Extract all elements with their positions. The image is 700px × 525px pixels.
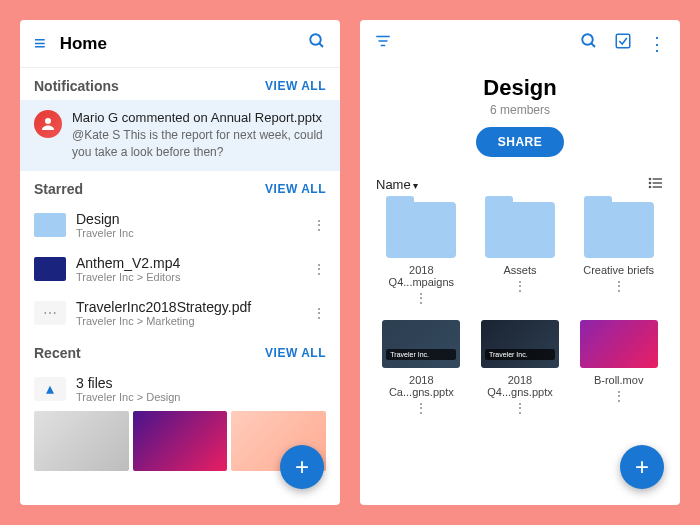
recent-label: Recent	[34, 345, 81, 361]
folder-label: 2018 Q4...mpaigns	[376, 264, 467, 288]
notifications-view-all[interactable]: VIEW ALL	[265, 79, 326, 93]
svg-line-1	[319, 43, 323, 47]
file-name: Anthem_V2.mp4	[76, 255, 302, 271]
svg-rect-8	[616, 34, 630, 48]
svg-point-0	[310, 34, 321, 45]
home-panel: ≡ Home Notifications VIEW ALL Mario G co…	[20, 20, 340, 505]
search-icon[interactable]	[308, 32, 326, 55]
file-path: Traveler Inc > Editors	[76, 271, 302, 283]
folder-members: 6 members	[360, 103, 680, 117]
svg-point-14	[649, 186, 650, 187]
more-icon[interactable]: ⋮	[513, 400, 527, 416]
notification-item[interactable]: Mario G commented on Annual Report.pptx …	[20, 100, 340, 171]
folder-item[interactable]: 2018 Q4...mpaigns ⋮	[376, 202, 467, 306]
notification-avatar	[34, 110, 62, 138]
file-path: Traveler Inc	[76, 227, 302, 239]
sort-dropdown[interactable]: Name	[376, 177, 418, 192]
more-icon[interactable]: ⋮	[414, 290, 428, 306]
notifications-label: Notifications	[34, 78, 119, 94]
recent-view-all[interactable]: VIEW ALL	[265, 346, 326, 360]
thumbnail[interactable]	[34, 411, 129, 471]
notification-text: @Kate S This is the report for next week…	[72, 127, 326, 161]
search-icon[interactable]	[580, 32, 598, 55]
file-label: B-roll.mov	[594, 374, 644, 386]
folder-item[interactable]: Creative briefs ⋮	[573, 202, 664, 306]
file-name: 3 files	[76, 375, 326, 391]
more-icon[interactable]: ⋮	[312, 217, 326, 233]
filter-icon[interactable]	[374, 32, 392, 55]
share-button[interactable]: SHARE	[476, 127, 565, 157]
starred-header: Starred VIEW ALL	[20, 171, 340, 203]
file-item[interactable]: B-roll.mov ⋮	[573, 320, 664, 416]
file-path: Traveler Inc > Design	[76, 391, 326, 403]
folder-icon	[485, 202, 555, 258]
starred-view-all[interactable]: VIEW ALL	[265, 182, 326, 196]
svg-point-12	[649, 178, 650, 179]
file-label: 2018 Q4...gns.pptx	[475, 374, 566, 398]
more-icon[interactable]: ⋮	[612, 278, 626, 294]
notifications-header: Notifications VIEW ALL	[20, 68, 340, 100]
file-thumbnail: Traveler Inc.	[382, 320, 460, 368]
thumbnail-banner: Traveler Inc.	[386, 349, 456, 360]
more-icon[interactable]: ⋮	[648, 33, 666, 55]
thumbnail-banner: Traveler Inc.	[485, 349, 555, 360]
starred-item-anthem[interactable]: Anthem_V2.mp4 Traveler Inc > Editors ⋮	[20, 247, 340, 291]
starred-label: Starred	[34, 181, 83, 197]
starred-item-design[interactable]: Design Traveler Inc ⋮	[20, 203, 340, 247]
notification-title: Mario G commented on Annual Report.pptx	[72, 110, 326, 125]
home-header: ≡ Home	[20, 20, 340, 67]
file-item[interactable]: Traveler Inc. 2018 Ca...gns.pptx ⋮	[376, 320, 467, 416]
file-item[interactable]: Traveler Inc. 2018 Q4...gns.pptx ⋮	[475, 320, 566, 416]
pdf-icon: ⋯	[34, 301, 66, 325]
more-icon[interactable]: ⋮	[312, 261, 326, 277]
file-grid: Traveler Inc. 2018 Ca...gns.pptx ⋮ Trave…	[360, 320, 680, 416]
recent-item[interactable]: ▴ 3 files Traveler Inc > Design	[20, 367, 340, 411]
list-view-icon[interactable]	[648, 175, 664, 194]
starred-item-strategy[interactable]: ⋯ TravelerInc2018Strategy.pdf Traveler I…	[20, 291, 340, 335]
folder-label: Assets	[503, 264, 536, 276]
file-name: Design	[76, 211, 302, 227]
folder-icon	[584, 202, 654, 258]
page-title: Home	[60, 34, 294, 54]
svg-point-13	[649, 182, 650, 183]
svg-point-6	[582, 34, 593, 45]
menu-icon[interactable]: ≡	[34, 32, 46, 55]
video-thumbnail-icon	[34, 257, 66, 281]
file-name: TravelerInc2018Strategy.pdf	[76, 299, 302, 315]
folder-header: ⋮	[360, 20, 680, 67]
file-thumbnail	[580, 320, 658, 368]
folder-panel: ⋮ Design 6 members SHARE Name 2018 Q4...…	[360, 20, 680, 505]
thumbnail[interactable]	[133, 411, 228, 471]
more-icon[interactable]: ⋮	[612, 388, 626, 404]
svg-point-2	[45, 118, 51, 124]
more-icon[interactable]: ⋮	[312, 305, 326, 321]
svg-line-7	[591, 43, 595, 47]
select-icon[interactable]	[614, 32, 632, 55]
folder-item[interactable]: Assets ⋮	[475, 202, 566, 306]
more-icon[interactable]: ⋮	[414, 400, 428, 416]
more-icon[interactable]: ⋮	[513, 278, 527, 294]
folder-icon	[34, 213, 66, 237]
file-path: Traveler Inc > Marketing	[76, 315, 302, 327]
folder-title: Design	[360, 75, 680, 101]
add-fab-button[interactable]: +	[620, 445, 664, 489]
folder-icon	[386, 202, 456, 258]
add-fab-button[interactable]: +	[280, 445, 324, 489]
recent-header: Recent VIEW ALL	[20, 335, 340, 367]
file-label: 2018 Ca...gns.pptx	[376, 374, 467, 398]
folder-label: Creative briefs	[583, 264, 654, 276]
folder-grid: 2018 Q4...mpaigns ⋮ Assets ⋮ Creative br…	[360, 202, 680, 306]
upload-icon: ▴	[34, 377, 66, 401]
file-thumbnail: Traveler Inc.	[481, 320, 559, 368]
